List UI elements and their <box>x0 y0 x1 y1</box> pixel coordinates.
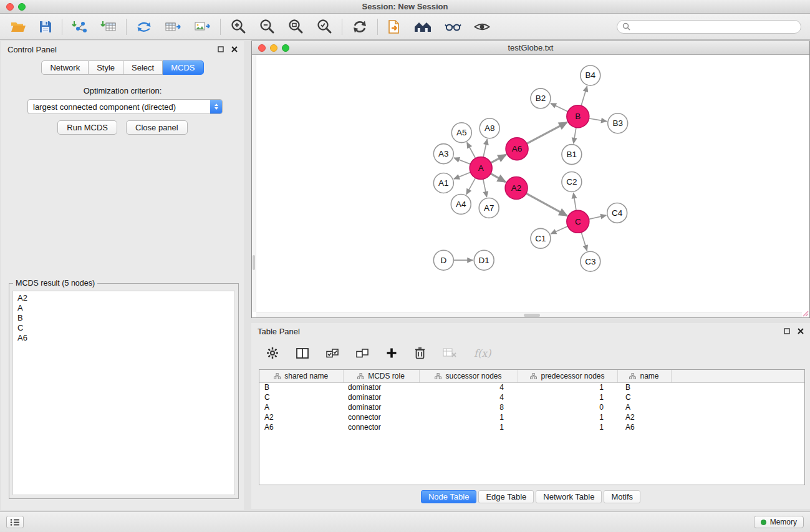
refresh-view-button[interactable] <box>350 17 369 36</box>
graph-edge-A6-B[interactable] <box>526 122 567 144</box>
graph-edge-B-B4[interactable] <box>581 86 587 107</box>
table-cell[interactable]: A6 <box>617 422 671 432</box>
graph-node-C4[interactable]: C4 <box>607 203 627 223</box>
graph-node-B2[interactable]: B2 <box>531 89 551 109</box>
table-cell[interactable]: 8 <box>419 402 518 412</box>
run-mcds-button[interactable]: Run MCDS <box>57 120 117 135</box>
tab-mcds[interactable]: MCDS <box>163 60 203 75</box>
zoom-selected-button[interactable] <box>315 17 334 36</box>
network-canvas[interactable]: B4B2BB3A8A5A6A3B1AC2A1A2A4A7C4CC1C3DD1 <box>252 55 809 317</box>
close-panel-button[interactable]: Close panel <box>126 120 188 135</box>
column-header-successor-nodes[interactable]: successor nodes <box>419 370 518 382</box>
add-column-button[interactable] <box>385 346 398 360</box>
delete-column-button[interactable] <box>413 346 427 360</box>
table-cell[interactable]: connector <box>343 412 419 422</box>
graph-node-A8[interactable]: A8 <box>480 118 499 138</box>
table-settings-button[interactable] <box>265 346 280 360</box>
tab-edge-table[interactable]: Edge Table <box>478 490 534 503</box>
table-cell[interactable]: 4 <box>419 392 518 402</box>
table-cell[interactable]: dominator <box>343 402 419 412</box>
tab-select[interactable]: Select <box>123 60 163 75</box>
task-history-button[interactable] <box>6 516 24 528</box>
graph-node-A6[interactable]: A6 <box>506 138 528 160</box>
mcds-result-item[interactable]: A6 <box>13 333 234 343</box>
graph-edge-A2-C[interactable] <box>525 193 567 216</box>
graph-edge-A-A5[interactable] <box>467 142 476 159</box>
graph-node-D[interactable]: D <box>433 250 453 270</box>
column-header-shared-name[interactable]: shared name <box>259 370 343 382</box>
graph-node-A[interactable]: A <box>470 157 492 180</box>
tab-motifs[interactable]: Motifs <box>604 490 640 503</box>
graph-node-C1[interactable]: C1 <box>531 228 551 248</box>
function-builder-button[interactable]: f(x) <box>473 346 492 360</box>
table-cell[interactable]: 1 <box>518 412 617 422</box>
delete-table-button[interactable] <box>441 347 458 359</box>
graph-edge-C-C4[interactable] <box>587 215 606 220</box>
graph-node-A1[interactable]: A1 <box>433 173 453 193</box>
table-cell[interactable]: A <box>259 402 343 412</box>
graph-node-D1[interactable]: D1 <box>474 250 494 270</box>
graph-edge-A-A6[interactable] <box>489 155 506 163</box>
graph-node-B4[interactable]: B4 <box>581 65 600 85</box>
optimization-criterion-select[interactable]: largest connected component (directed) <box>27 99 223 114</box>
search-box[interactable] <box>617 20 801 34</box>
new-network-button[interactable] <box>135 18 153 36</box>
canvas-horizontal-scrollbar[interactable] <box>256 312 802 317</box>
float-panel-icon[interactable] <box>784 328 790 334</box>
table-row[interactable]: Cdominator41C <box>259 392 804 402</box>
graph-edge-B-B3[interactable] <box>588 118 607 121</box>
table-cell[interactable]: 0 <box>518 402 617 412</box>
float-panel-icon[interactable] <box>218 46 224 52</box>
save-session-button[interactable] <box>37 19 54 35</box>
mcds-result-list[interactable]: A2ABCA6 <box>12 291 235 495</box>
import-network-button[interactable] <box>70 18 89 36</box>
zoom-out-button[interactable] <box>258 17 276 36</box>
graph-edge-C-C1[interactable] <box>551 226 569 234</box>
table-cell[interactable]: 1 <box>419 422 518 432</box>
home-button[interactable] <box>412 19 433 35</box>
table-cell[interactable]: C <box>259 392 343 402</box>
table-row[interactable]: Adominator80A <box>259 402 804 412</box>
graph-node-A5[interactable]: A5 <box>451 123 471 143</box>
graph-edge-A-A2[interactable] <box>489 173 506 181</box>
resize-grip-icon[interactable] <box>801 309 809 317</box>
table-row[interactable]: Bdominator41B <box>259 382 804 392</box>
tab-node-table[interactable]: Node Table <box>421 490 477 503</box>
table-cell[interactable]: B <box>259 382 343 392</box>
graph-edge-A-A3[interactable] <box>454 158 471 165</box>
table-cell[interactable]: A <box>617 402 671 412</box>
import-table-button[interactable] <box>99 18 118 36</box>
minimize-network-window-icon[interactable] <box>270 44 277 52</box>
graph-edge-A-A7[interactable] <box>483 178 486 197</box>
mcds-result-item[interactable]: A <box>13 303 234 313</box>
table-cell[interactable]: A2 <box>259 412 343 422</box>
graph-edge-A-A8[interactable] <box>483 139 488 158</box>
show-columns-button[interactable] <box>295 347 310 360</box>
table-cell[interactable]: dominator <box>343 392 419 402</box>
graph-node-A4[interactable]: A4 <box>451 194 471 214</box>
graphics-details-button[interactable] <box>443 19 463 34</box>
table-row[interactable]: A6connector11A6 <box>259 422 804 432</box>
table-cell[interactable]: C <box>617 392 671 402</box>
canvas-vertical-scrollbar[interactable] <box>252 55 256 312</box>
graph-node-B1[interactable]: B1 <box>562 145 582 165</box>
close-window-icon[interactable] <box>6 3 14 11</box>
graph-edge-C-C2[interactable] <box>574 193 577 211</box>
table-cell[interactable]: A6 <box>259 422 343 432</box>
graph-node-C2[interactable]: C2 <box>562 172 582 192</box>
graph-node-B[interactable]: B <box>567 105 589 128</box>
graph-edge-B-B1[interactable] <box>574 127 576 143</box>
table-cell[interactable]: A2 <box>617 412 671 422</box>
table-cell[interactable]: dominator <box>343 382 419 392</box>
search-input[interactable] <box>634 22 796 31</box>
table-cell[interactable]: 1 <box>419 412 518 422</box>
column-header-predecessor-nodes[interactable]: predecessor nodes <box>518 370 617 382</box>
tab-network-table[interactable]: Network Table <box>536 490 602 503</box>
network-graph[interactable]: B4B2BB3A8A5A6A3B1AC2A1A2A4A7C4CC1C3DD1 <box>252 55 809 317</box>
open-session-button[interactable] <box>9 19 27 35</box>
tab-network[interactable]: Network <box>41 60 89 75</box>
zoom-window-icon[interactable] <box>18 3 26 11</box>
table-row[interactable]: A2connector11A2 <box>259 412 804 422</box>
table-cell[interactable]: 1 <box>518 392 617 402</box>
export-image-button[interactable] <box>193 18 212 36</box>
